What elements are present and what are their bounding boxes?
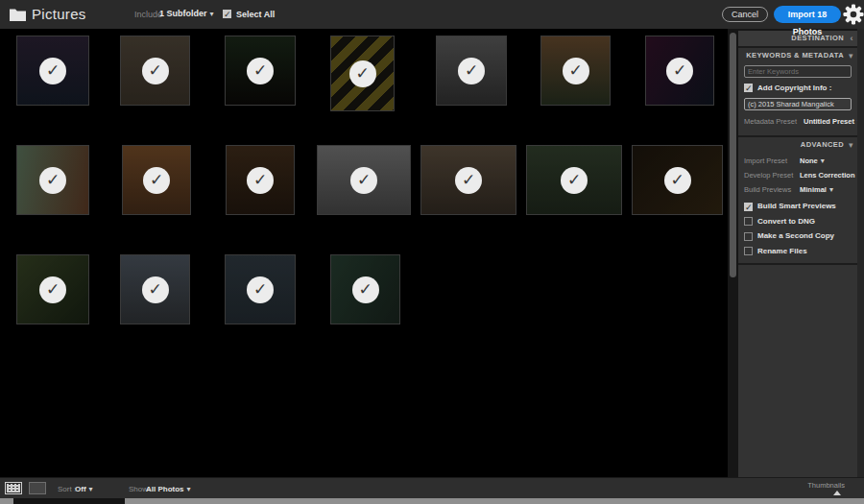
show-dropdown[interactable]: All Photos▾ bbox=[146, 485, 191, 493]
grid-view-icon[interactable] bbox=[5, 482, 22, 494]
photo-thumbnail-green-sign-walker[interactable]: ✓ bbox=[330, 254, 400, 324]
select-all-checkbox[interactable]: ✓ bbox=[223, 10, 231, 18]
check-badge[interactable]: ✓ bbox=[349, 60, 376, 87]
include-label: Include bbox=[134, 10, 162, 19]
preset-label: Develop Preset bbox=[744, 171, 793, 180]
check-badge[interactable]: ✓ bbox=[247, 276, 274, 303]
photo-thumbnail-rocky-shore-sky[interactable]: ✓ bbox=[120, 254, 190, 324]
advanced-checkbox-rows: ✓Build Smart PreviewsConvert to DNGMake … bbox=[738, 202, 857, 255]
thumbnails-label: Thumbnails bbox=[787, 481, 845, 490]
add-copyright-label: Add Copyright Info : bbox=[757, 84, 831, 92]
check-badge[interactable]: ✓ bbox=[664, 167, 691, 194]
advanced-section-header[interactable]: ADVANCED ▾ bbox=[738, 137, 857, 153]
preset-row: Build PreviewsMinimal▾ bbox=[744, 185, 857, 196]
bottom-strip-dark-segment bbox=[13, 498, 125, 504]
photo-thumbnail-coast-sunset[interactable]: ✓ bbox=[540, 36, 611, 106]
preset-row: Develop PresetLens Correction▾ bbox=[744, 171, 857, 181]
photo-thumbnail-kayakers[interactable]: ✓ bbox=[225, 254, 296, 324]
select-all-label: Select All bbox=[236, 10, 275, 19]
add-copyright-row[interactable]: ✓Add Copyright Info : bbox=[744, 84, 857, 92]
collapse-left-icon: ‹ bbox=[851, 31, 853, 46]
chevron-down-icon: ▾ bbox=[849, 48, 853, 63]
photo-thumbnail-neon-street-night[interactable]: ✓ bbox=[645, 36, 714, 106]
check-badge[interactable]: ✓ bbox=[666, 58, 693, 84]
photo-thumbnail-group-photos-bw[interactable]: ✓ bbox=[436, 36, 507, 106]
option-label: Make a Second Copy bbox=[757, 231, 834, 240]
window-bottom-strip bbox=[0, 498, 864, 504]
check-badge[interactable]: ✓ bbox=[39, 167, 66, 194]
gear-icon[interactable] bbox=[843, 4, 864, 25]
check-badge[interactable]: ✓ bbox=[39, 276, 66, 303]
photo-thumbnail-forest-walk[interactable]: ✓ bbox=[16, 254, 89, 324]
photo-thumbnail-city-skyline-night[interactable]: ✓ bbox=[16, 36, 89, 106]
photo-thumbnail-savanna-field[interactable]: ✓ bbox=[120, 36, 190, 106]
loupe-view-icon[interactable] bbox=[29, 482, 46, 494]
sort-dropdown[interactable]: Off▾ bbox=[75, 485, 93, 493]
photo-thumbnail-sleeping-dog[interactable]: ✓ bbox=[226, 145, 295, 215]
right-panel: DESTINATION ‹ KEYWORDS & METADATA ▾ ✓Add… bbox=[738, 29, 857, 477]
option-checkbox[interactable] bbox=[744, 232, 753, 241]
photo-thumbnail-garden-waterfall[interactable]: ✓ bbox=[526, 145, 622, 215]
import-photos-button[interactable]: Import 18 Photos bbox=[774, 6, 841, 23]
grid-scrollbar[interactable] bbox=[728, 29, 738, 477]
preset-dropdown[interactable]: Lens Correction▾ bbox=[800, 171, 862, 180]
check-badge[interactable]: ✓ bbox=[247, 167, 274, 194]
check-badge[interactable]: ✓ bbox=[561, 167, 588, 194]
subfolder-dropdown[interactable]: 1 Subfolder▾ bbox=[159, 9, 214, 18]
keywords-metadata-section-header[interactable]: KEYWORDS & METADATA ▾ bbox=[738, 48, 857, 63]
chevron-down-icon: ▾ bbox=[89, 485, 93, 493]
photo-thumbnail-hazard-chevrons[interactable]: ✓ bbox=[330, 36, 395, 111]
preset-row: Import PresetNone▾ bbox=[744, 156, 857, 167]
option-label: Build Smart Previews bbox=[757, 202, 836, 210]
bottom-toolbar: Sort : Off▾ Show: All Photos▾ Thumbnails bbox=[0, 477, 864, 498]
keywords-input[interactable] bbox=[744, 65, 852, 78]
grid-scrollbar-thumb[interactable] bbox=[730, 33, 736, 277]
preset-dropdown[interactable]: None▾ bbox=[800, 156, 825, 165]
thumbnail-size-slider[interactable] bbox=[833, 491, 841, 495]
preset-label: Import Preset bbox=[744, 156, 787, 165]
option-checkbox[interactable] bbox=[744, 217, 753, 226]
check-badge[interactable]: ✓ bbox=[563, 58, 589, 84]
add-copyright-checkbox[interactable]: ✓ bbox=[744, 84, 753, 92]
check-badge[interactable]: ✓ bbox=[352, 276, 379, 303]
panel-edge-strip bbox=[857, 29, 864, 477]
photo-grid: ✓✓✓✓✓✓✓✓✓✓✓✓✓✓✓✓✓✓ bbox=[0, 29, 728, 477]
panel-empty-area bbox=[738, 265, 857, 504]
check-badge[interactable]: ✓ bbox=[458, 58, 485, 84]
preset-label: Build Previews bbox=[744, 185, 791, 194]
option-label: Rename Files bbox=[757, 247, 807, 255]
option-row[interactable]: Convert to DNG bbox=[744, 217, 857, 226]
check-badge[interactable]: ✓ bbox=[39, 58, 66, 84]
chevron-down-icon: ▾ bbox=[849, 137, 853, 153]
option-checkbox[interactable]: ✓ bbox=[744, 203, 753, 211]
chevron-down-icon: ▾ bbox=[187, 485, 191, 493]
photo-thumbnail-horse-race[interactable]: ✓ bbox=[16, 145, 89, 215]
metadata-preset-row: Metadata Preset Untitled Preset▾ bbox=[744, 117, 857, 128]
check-badge[interactable]: ✓ bbox=[247, 58, 274, 84]
option-row[interactable]: ✓Build Smart Previews bbox=[744, 202, 857, 210]
copyright-input[interactable] bbox=[744, 98, 852, 110]
import-dialog: Pictures Include 1 Subfolder▾ ✓ Select A… bbox=[0, 0, 864, 504]
option-label: Convert to DNG bbox=[757, 217, 815, 226]
folder-icon bbox=[10, 8, 26, 21]
check-badge[interactable]: ✓ bbox=[142, 58, 169, 84]
option-row[interactable]: Make a Second Copy bbox=[744, 231, 857, 240]
page-title: Pictures bbox=[32, 6, 86, 22]
photo-thumbnail-victorian-street-bw[interactable]: ✓ bbox=[317, 145, 411, 215]
photo-thumbnail-beach-sunset[interactable]: ✓ bbox=[122, 145, 191, 215]
option-checkbox[interactable] bbox=[744, 247, 753, 255]
photo-thumbnail-person-silhouette[interactable]: ✓ bbox=[225, 36, 296, 106]
photo-thumbnail-louvre-night[interactable]: ✓ bbox=[632, 145, 723, 215]
metadata-preset-dropdown[interactable]: Untitled Preset▾ bbox=[804, 117, 861, 126]
photo-thumbnail-wooden-barrel[interactable]: ✓ bbox=[420, 145, 516, 215]
metadata-preset-label: Metadata Preset bbox=[744, 117, 797, 126]
check-badge[interactable]: ✓ bbox=[350, 167, 377, 194]
top-bar: Pictures Include 1 Subfolder▾ ✓ Select A… bbox=[0, 0, 864, 29]
chevron-down-icon: ▾ bbox=[829, 185, 833, 194]
preset-dropdown[interactable]: Minimal▾ bbox=[800, 185, 833, 194]
cancel-button[interactable]: Cancel bbox=[722, 7, 768, 22]
check-badge[interactable]: ✓ bbox=[143, 167, 170, 194]
option-row[interactable]: Rename Files bbox=[744, 247, 857, 255]
check-badge[interactable]: ✓ bbox=[142, 276, 169, 303]
check-badge[interactable]: ✓ bbox=[455, 167, 482, 194]
